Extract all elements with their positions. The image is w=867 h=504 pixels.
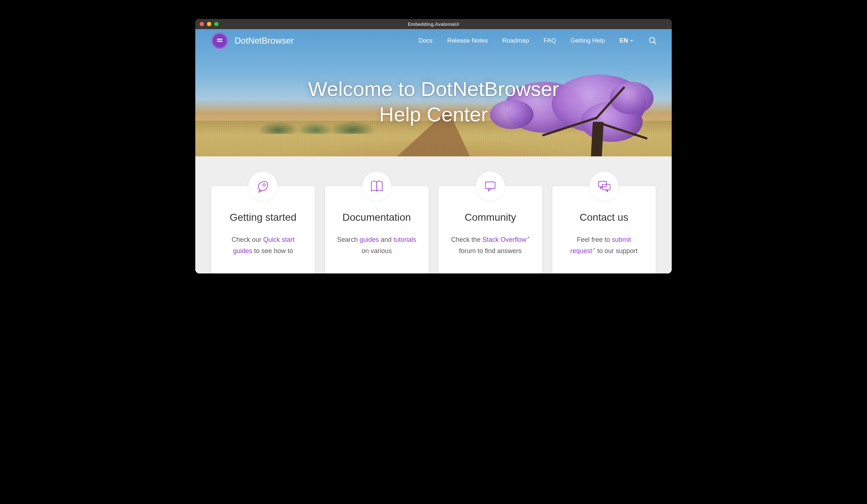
card-community[interactable]: Community Check the Stack Overflow↗ foru… — [439, 186, 542, 273]
card-text: Check the Stack Overflow↗ forum to find … — [450, 234, 531, 256]
card-title: Getting started — [223, 212, 303, 223]
book-icon — [362, 172, 391, 201]
card-getting-started[interactable]: Getting started Check our Quick start gu… — [211, 186, 315, 273]
guides-link[interactable]: guides — [360, 236, 379, 243]
card-title: Documentation — [337, 212, 417, 223]
external-link-icon: ↗ — [592, 247, 595, 251]
hero-title-line2: Help Center — [195, 102, 672, 127]
chat-icon — [476, 172, 505, 201]
language-label: EN — [619, 37, 628, 44]
hero-title: Welcome to DotNetBrowser Help Center — [195, 76, 672, 127]
chevron-down-icon — [630, 39, 634, 43]
maximize-icon[interactable] — [214, 22, 219, 26]
hero-section: DotNetBrowser Docs Release Notes Roadmap… — [195, 29, 672, 156]
card-text: Search guides and tutorials on various — [337, 234, 417, 256]
card-text: Check our Quick start guides to see how … — [223, 234, 303, 256]
stack-overflow-link[interactable]: Stack Overflow — [482, 236, 526, 243]
app-window: Embedding.AvaloniaUi — [195, 19, 672, 273]
svg-line-3 — [654, 42, 656, 44]
brand-logo-icon — [211, 32, 228, 49]
card-text: Feel free to submit request↗ to our supp… — [564, 234, 644, 256]
external-link-icon: ↗ — [526, 236, 530, 240]
svg-rect-1 — [217, 41, 223, 42]
card-documentation[interactable]: Documentation Search guides and tutorial… — [325, 186, 429, 273]
card-title: Contact us — [564, 212, 644, 223]
top-nav: DotNetBrowser Docs Release Notes Roadmap… — [195, 29, 672, 52]
tutorials-link[interactable]: tutorials — [393, 236, 416, 243]
svg-rect-0 — [217, 39, 223, 40]
hero-title-line1: Welcome to DotNetBrowser — [195, 76, 672, 102]
nav-faq[interactable]: FAQ — [544, 37, 556, 44]
brand[interactable]: DotNetBrowser — [211, 32, 294, 49]
search-icon — [648, 36, 657, 45]
webview: DotNetBrowser Docs Release Notes Roadmap… — [195, 29, 672, 273]
card-title: Community — [450, 212, 531, 223]
search-button[interactable] — [648, 36, 657, 45]
cards-area: Getting started Check our Quick start gu… — [195, 156, 672, 273]
cards-grid: Getting started Check our Quick start gu… — [195, 186, 672, 273]
svg-rect-5 — [486, 182, 495, 188]
window-controls — [195, 22, 219, 26]
card-contact-us[interactable]: Contact us Feel free to submit request↗ … — [552, 186, 656, 273]
chats-icon — [590, 172, 619, 201]
minimize-icon[interactable] — [207, 22, 211, 26]
language-selector[interactable]: EN — [619, 37, 634, 44]
nav-roadmap[interactable]: Roadmap — [502, 37, 529, 44]
titlebar: Embedding.AvaloniaUi — [195, 19, 672, 29]
brand-name: DotNetBrowser — [235, 36, 294, 46]
svg-point-4 — [263, 184, 265, 186]
nav-docs[interactable]: Docs — [419, 37, 433, 44]
svg-point-2 — [650, 37, 655, 43]
nav-getting-help[interactable]: Getting Help — [571, 37, 605, 44]
nav-release-notes[interactable]: Release Notes — [447, 37, 488, 44]
nav-links: Docs Release Notes Roadmap FAQ Getting H… — [419, 36, 657, 45]
window-title: Embedding.AvaloniaUi — [195, 21, 672, 27]
rocket-icon — [248, 172, 277, 201]
close-icon[interactable] — [200, 22, 204, 26]
